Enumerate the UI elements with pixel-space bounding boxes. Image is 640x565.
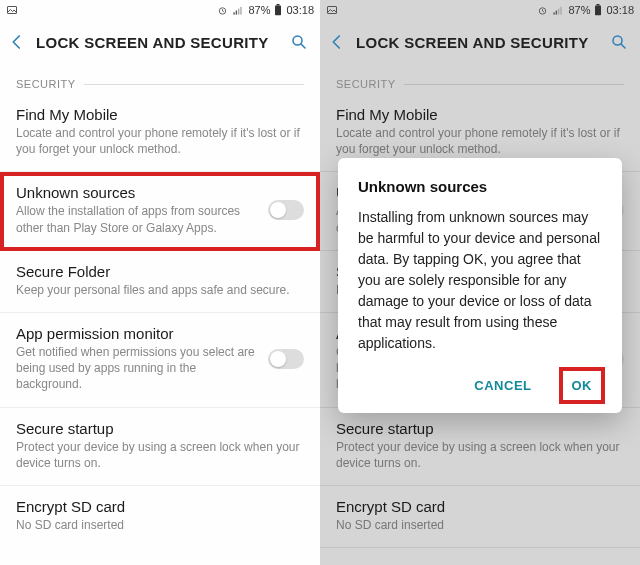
svg-rect-2 <box>234 12 235 14</box>
row-title: Unknown sources <box>16 184 258 201</box>
svg-rect-12 <box>556 10 557 14</box>
svg-rect-9 <box>328 7 337 14</box>
svg-rect-3 <box>236 10 237 14</box>
section-header: SECURITY <box>0 64 320 94</box>
row-title: Encrypt SD card <box>16 498 304 515</box>
row-subtitle: No SD card inserted <box>336 517 624 533</box>
cancel-button[interactable]: CANCEL <box>464 370 541 401</box>
row-title: Secure Folder <box>16 263 304 280</box>
svg-rect-13 <box>558 8 559 14</box>
row-subtitle: Locate and control your phone remotely i… <box>336 125 624 157</box>
row-find-my-mobile[interactable]: Find My Mobile Locate and control your p… <box>0 94 320 172</box>
svg-rect-0 <box>8 7 17 14</box>
dialog-unknown-sources: Unknown sources Installing from unknown … <box>338 158 622 413</box>
row-secure-startup[interactable]: Secure startup Protect your device by us… <box>320 408 640 486</box>
page-title: LOCK SCREEN AND SECURITY <box>36 34 280 51</box>
row-title: App permission monitor <box>16 325 258 342</box>
row-subtitle: Allow the installation of apps from sour… <box>16 203 258 235</box>
svg-point-8 <box>293 36 302 45</box>
picture-icon <box>6 4 18 16</box>
clock-text: 03:18 <box>606 4 634 16</box>
row-title: Find My Mobile <box>336 106 624 123</box>
row-unknown-sources[interactable]: Unknown sources Allow the installation o… <box>0 172 320 250</box>
svg-rect-7 <box>277 4 280 6</box>
phone-right: 87% 03:18 LOCK SCREEN AND SECURITY SECUR… <box>320 0 640 565</box>
row-app-permission-monitor[interactable]: App permission monitor Get notified when… <box>0 313 320 408</box>
row-title: Encrypt SD card <box>336 498 624 515</box>
svg-rect-11 <box>554 12 555 14</box>
svg-rect-4 <box>238 8 239 14</box>
signal-icon <box>232 5 244 16</box>
search-icon[interactable] <box>288 31 310 53</box>
row-title: Find My Mobile <box>16 106 304 123</box>
ok-button[interactable]: OK <box>562 370 603 401</box>
app-bar: LOCK SCREEN AND SECURITY <box>0 20 320 64</box>
toggle-app-permission-monitor[interactable] <box>268 349 304 369</box>
signal-icon <box>552 5 564 16</box>
section-header: SECURITY <box>320 64 640 94</box>
app-bar: LOCK SCREEN AND SECURITY <box>320 20 640 64</box>
row-subtitle: Protect your device by using a screen lo… <box>16 439 304 471</box>
battery-icon <box>274 4 282 16</box>
row-encrypt-sd[interactable]: Encrypt SD card No SD card inserted <box>320 486 640 548</box>
row-title: Secure startup <box>16 420 304 437</box>
dialog-actions: CANCEL OK <box>358 370 602 401</box>
clock-text: 03:18 <box>286 4 314 16</box>
svg-rect-15 <box>595 6 601 16</box>
row-title: Secure startup <box>336 420 624 437</box>
svg-rect-16 <box>597 4 600 6</box>
section-label: SECURITY <box>16 78 76 90</box>
back-icon[interactable] <box>326 31 348 53</box>
battery-icon <box>594 4 602 16</box>
row-secure-startup[interactable]: Secure startup Protect your device by us… <box>0 408 320 486</box>
status-bar: 87% 03:18 <box>0 0 320 20</box>
section-divider <box>404 84 624 85</box>
page-title: LOCK SCREEN AND SECURITY <box>356 34 600 51</box>
phone-left: 87% 03:18 LOCK SCREEN AND SECURITY SECUR… <box>0 0 320 565</box>
toggle-unknown-sources[interactable] <box>268 200 304 220</box>
battery-percent: 87% <box>248 4 270 16</box>
section-label: SECURITY <box>336 78 396 90</box>
row-subtitle: No SD card inserted <box>16 517 304 533</box>
svg-rect-5 <box>241 6 242 14</box>
status-bar: 87% 03:18 <box>320 0 640 20</box>
svg-rect-6 <box>275 6 281 16</box>
back-icon[interactable] <box>6 31 28 53</box>
picture-icon <box>326 4 338 16</box>
svg-rect-14 <box>561 6 562 14</box>
battery-percent: 87% <box>568 4 590 16</box>
alarm-icon <box>537 5 548 16</box>
row-subtitle: Protect your device by using a screen lo… <box>336 439 624 471</box>
row-subtitle: Keep your personal files and apps safe a… <box>16 282 304 298</box>
row-encrypt-sd[interactable]: Encrypt SD card No SD card inserted <box>0 486 320 547</box>
alarm-icon <box>217 5 228 16</box>
dialog-body: Installing from unknown sources may be h… <box>358 207 602 354</box>
search-icon[interactable] <box>608 31 630 53</box>
row-secure-folder[interactable]: Secure Folder Keep your personal files a… <box>0 251 320 313</box>
row-subtitle: Locate and control your phone remotely i… <box>16 125 304 157</box>
row-subtitle: Get notified when permissions you select… <box>16 344 258 393</box>
dialog-title: Unknown sources <box>358 178 602 195</box>
svg-point-17 <box>613 36 622 45</box>
section-divider <box>84 84 304 85</box>
